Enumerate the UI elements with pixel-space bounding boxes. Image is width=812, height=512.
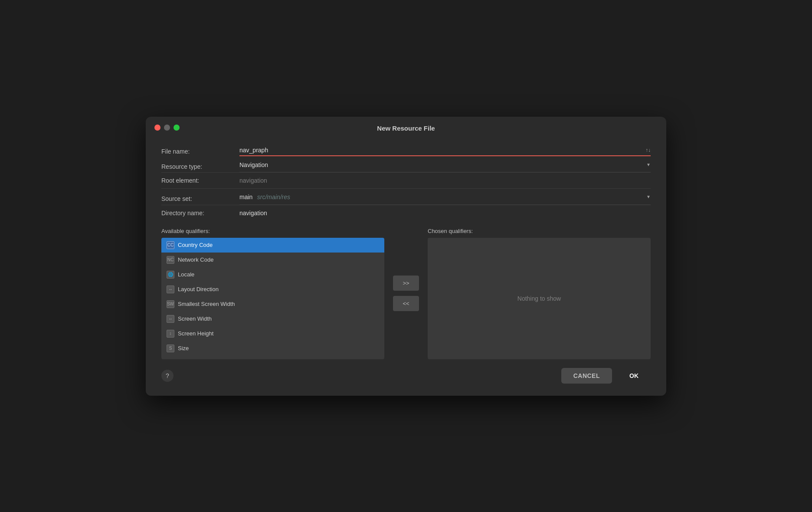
screen-height-icon: ↕ — [167, 330, 174, 338]
chosen-list-area: Nothing to show — [428, 238, 651, 359]
arrow-buttons: >> << — [384, 228, 428, 359]
qualifier-item-layout-direction[interactable]: ↔Layout Direction — [161, 282, 384, 297]
maximize-button[interactable] — [174, 125, 180, 131]
add-qualifier-button[interactable]: >> — [393, 276, 419, 291]
remove-qualifier-button[interactable]: << — [393, 296, 419, 311]
qualifier-list[interactable]: CCCountry CodeNCNetwork Code🌐Locale↔Layo… — [161, 238, 384, 359]
titlebar: New Resource File — [146, 117, 666, 139]
resource-type-value: Navigation — [239, 161, 268, 168]
qualifier-item-ratio[interactable]: RRatio — [161, 356, 384, 359]
screen-width-icon: ↔ — [167, 315, 174, 323]
size-icon: S — [167, 345, 174, 352]
root-element-value[interactable]: navigation — [239, 177, 651, 184]
close-button[interactable] — [154, 125, 160, 131]
resource-type-chevron: ▼ — [646, 162, 651, 167]
qualifier-item-size[interactable]: SSize — [161, 341, 384, 356]
qualifier-item-screen-width[interactable]: ↔Screen Width — [161, 312, 384, 326]
qualifier-item-locale[interactable]: 🌐Locale — [161, 267, 384, 282]
qualifier-list-wrapper: CCCountry CodeNCNetwork Code🌐Locale↔Layo… — [161, 238, 384, 359]
locale-label: Locale — [178, 271, 194, 278]
source-set-path: src/main/res — [257, 194, 290, 200]
available-panel: Available qualifiers: CCCountry CodeNCNe… — [161, 228, 384, 359]
file-name-input-wrapper[interactable]: nav_praph ↑↓ — [239, 147, 651, 156]
country-code-label: Country Code — [178, 242, 213, 248]
network-code-icon: NC — [167, 256, 174, 264]
smallest-screen-width-icon: SW — [167, 300, 174, 308]
chosen-panel: Chosen qualifiers: Nothing to show — [428, 228, 651, 359]
layout-direction-label: Layout Direction — [178, 286, 219, 292]
resource-type-row: Resource type: Navigation ▼ — [161, 157, 651, 173]
available-qualifiers-label: Available qualifiers: — [161, 228, 384, 234]
resource-type-dropdown[interactable]: Navigation ▼ — [239, 161, 651, 172]
sort-icon: ↑↓ — [645, 147, 651, 153]
qualifiers-section: Available qualifiers: CCCountry CodeNCNe… — [161, 228, 651, 359]
help-button[interactable]: ? — [161, 370, 174, 382]
file-name-row: File name: nav_praph ↑↓ — [161, 142, 651, 157]
screen-height-label: Screen Height — [178, 330, 213, 337]
directory-name-row: Directory name: navigation — [161, 205, 651, 221]
dialog-title: New Resource File — [377, 125, 435, 132]
dialog-footer: ? CANCEL OK — [146, 359, 666, 384]
traffic-lights — [154, 125, 180, 131]
locale-icon: 🌐 — [167, 271, 174, 279]
dialog-body: File name: nav_praph ↑↓ Resource type: N… — [146, 139, 666, 359]
minimize-button[interactable] — [164, 125, 170, 131]
source-set-chevron: ▼ — [646, 194, 651, 199]
root-element-label: Root element: — [161, 177, 239, 184]
qualifier-item-smallest-screen-width[interactable]: SWSmallest Screen Width — [161, 297, 384, 312]
qualifier-item-network-code[interactable]: NCNetwork Code — [161, 253, 384, 267]
chosen-qualifiers-label: Chosen qualifiers: — [428, 228, 651, 234]
ok-button[interactable]: OK — [617, 368, 651, 384]
smallest-screen-width-label: Smallest Screen Width — [178, 301, 235, 307]
qualifier-item-screen-height[interactable]: ↕Screen Height — [161, 326, 384, 341]
cancel-button[interactable]: CANCEL — [561, 368, 612, 384]
country-code-icon: CC — [167, 241, 174, 249]
directory-name-label: Directory name: — [161, 210, 239, 217]
source-set-row: Source set: main src/main/res ▼ — [161, 189, 651, 205]
source-set-label: Source set: — [161, 195, 239, 202]
source-set-main: main — [239, 194, 252, 200]
file-name-value: nav_praph — [239, 147, 642, 154]
size-label: Size — [178, 345, 189, 351]
directory-name-value: navigation — [239, 210, 651, 217]
root-element-row: Root element: navigation — [161, 173, 651, 189]
new-resource-file-dialog: New Resource File File name: nav_praph ↑… — [146, 117, 666, 396]
layout-direction-icon: ↔ — [167, 286, 174, 293]
source-set-dropdown[interactable]: main src/main/res ▼ — [239, 193, 651, 205]
file-name-label: File name: — [161, 148, 239, 155]
network-code-label: Network Code — [178, 256, 213, 263]
nothing-to-show-text: Nothing to show — [517, 295, 561, 302]
screen-width-label: Screen Width — [178, 315, 212, 322]
resource-type-label: Resource type: — [161, 163, 239, 170]
qualifier-item-country-code[interactable]: CCCountry Code — [161, 238, 384, 253]
